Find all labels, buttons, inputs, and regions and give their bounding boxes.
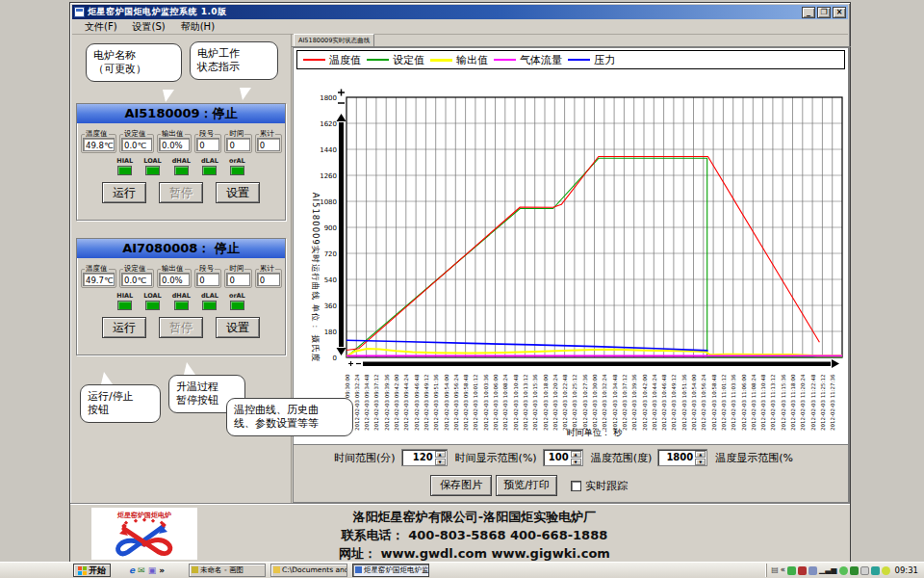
menu-file[interactable]: 文件(F) — [78, 19, 124, 35]
field-label: 累计 — [259, 130, 275, 138]
x-tick-label: 2012-02-03 11:18:00 — [790, 374, 796, 431]
desktop: 炬星窑炉国炬电炉监控系统 1.0版 _ ❐ × 文件(F) 设置(S) 帮助(H… — [0, 0, 924, 578]
task-button-monitor-app[interactable]: 炬星窑炉国炬电炉监... — [352, 564, 429, 577]
network-error-icon[interactable] — [808, 566, 817, 575]
led-label: HIAL — [116, 292, 133, 300]
x-tick-label: 2012-02-03 10:06:00 — [493, 374, 499, 431]
task-button-explorer[interactable]: C:\Documents and Se... — [270, 564, 347, 577]
close-button[interactable]: × — [833, 7, 846, 18]
task-button-paint[interactable]: 未命名 - 画图 — [189, 564, 266, 577]
messenger-icon[interactable] — [839, 566, 848, 575]
field-label: 累计 — [259, 265, 275, 273]
window-title: 炬星窑炉国炬电炉监控系统 1.0版 — [88, 6, 227, 18]
alarm-led-dlal — [202, 166, 217, 175]
shield-icon[interactable] — [850, 566, 859, 575]
x-tick-label: 2012-02-03 10:30:00 — [592, 374, 598, 431]
pause-button: 暂停 — [159, 182, 203, 203]
run-button[interactable]: 运行 — [102, 182, 146, 203]
contact-phone: 联系电话： 400-803-5868 400-668-1888 — [215, 526, 734, 544]
callout-status: 电炉工作 状态指示 — [190, 41, 278, 80]
chart-panel: 温度值设定值输出值气体流量压力 018036054072090010801260… — [293, 47, 849, 445]
alarm-led-dlal — [202, 301, 217, 310]
y-tick-label: 900 — [324, 224, 337, 232]
device-panel-AI5180009: AI5180009：停止 温度值49.8℃ 设定值0.0℃ 输出值0.0% 段号… — [76, 103, 286, 221]
save-image-button[interactable]: 保存图片 — [430, 475, 492, 496]
maximize-button[interactable]: ❐ — [817, 7, 831, 18]
field-label: 时间 — [228, 265, 244, 273]
browser-icon[interactable]: e — [129, 564, 135, 577]
field-label: 温度值 — [85, 130, 109, 138]
x-tick-label: 2012-02-03 11:25:12 — [820, 375, 826, 431]
x-tick-label: 2012-02-03 09:44:24 — [403, 374, 409, 431]
menu-bar: 文件(F) 设置(S) 帮助(H) — [72, 19, 848, 35]
realtime-track-label: 实时跟踪 — [585, 479, 628, 493]
setpoint-value: 0.0℃ — [121, 273, 152, 286]
printer-icon[interactable]: ▤ — [771, 564, 779, 577]
x-tick-label: 2012-02-03 09:42:00 — [394, 374, 399, 431]
x-tick-label: 2012-02-03 11:08:24 — [751, 374, 757, 431]
spin-down-icon[interactable]: ▼ — [435, 459, 446, 465]
realtime-track-checkbox[interactable] — [571, 481, 581, 491]
x-tick-label: 2012-02-03 10:13:12 — [523, 375, 528, 431]
network-drive-icon[interactable] — [871, 566, 880, 575]
desktop-icon[interactable]: ▣ — [148, 564, 157, 577]
run-button[interactable]: 运行 — [102, 317, 146, 338]
title-bar[interactable]: 炬星窑炉国炬电炉监控系统 1.0版 _ ❐ × — [72, 5, 848, 19]
start-button[interactable]: 开始 — [73, 564, 111, 577]
callout-run-stop: 运行/停止 按钮 — [80, 384, 161, 423]
network-error-icon[interactable] — [798, 566, 807, 575]
setup-button[interactable]: 设置 — [216, 182, 260, 203]
preview-print-button[interactable]: 预览/打印 — [496, 475, 557, 496]
x-tick-label: 2012-02-03 11:01:12 — [721, 375, 727, 431]
x-tick-label: 2012-02-03 09:37:12 — [373, 375, 379, 431]
update-icon[interactable] — [787, 566, 796, 575]
spin-up-icon[interactable]: ▲ — [695, 451, 706, 458]
y-tick-label: 1620 — [320, 120, 337, 128]
led-label: dLAL — [201, 157, 218, 165]
y-tick-label: 720 — [324, 250, 337, 258]
x-tick-label: 2012-02-03 09:58:48 — [463, 374, 469, 431]
time-range-spinner[interactable]: 120 ▲▼ — [401, 449, 448, 466]
y-tick-label: 0 — [333, 355, 337, 362]
x-scroll-slider[interactable] — [348, 359, 839, 368]
minimize-button[interactable]: _ — [802, 7, 815, 18]
field-label: 段号 — [198, 265, 215, 273]
x-tick-label: 2012-02-03 11:03:36 — [731, 374, 736, 431]
legend-item-气体流量: 气体流量 — [494, 53, 562, 67]
time-display-spinner[interactable]: 100 ▲▼ — [543, 449, 583, 466]
y-tick-label: 1080 — [320, 198, 337, 206]
time-display-label: 时间显示范围(%) — [455, 451, 537, 465]
tray-chevron-icon[interactable]: « — [781, 564, 785, 577]
company-name: 洛阳炬星窑炉有限公司-洛阳国炬实验电炉厂 — [215, 508, 734, 526]
chevron-more-icon[interactable]: » — [159, 564, 165, 577]
temp-range-spinner[interactable]: 1800 ▲▼ — [657, 449, 707, 466]
signal-bars-icon[interactable]: ▁▃▅ — [819, 564, 836, 577]
y-tick-label: 1800 — [320, 94, 337, 102]
x-tick-label: 2012-02-03 10:22:48 — [562, 374, 568, 431]
setup-button[interactable]: 设置 — [216, 317, 260, 338]
spin-down-icon[interactable]: ▼ — [571, 459, 581, 465]
alarm-led-dhal — [174, 301, 189, 310]
battery-icon[interactable] — [860, 566, 869, 575]
led-label: orAL — [229, 157, 245, 165]
x-tick-label: 2012-02-03 11:13:12 — [770, 375, 776, 431]
segment-value: 0 — [196, 273, 219, 286]
menu-help[interactable]: 帮助(H) — [174, 19, 221, 35]
antivirus-icon[interactable] — [882, 566, 890, 575]
menu-settings[interactable]: 设置(S) — [126, 19, 172, 35]
tab-realtime-curve[interactable]: AI5180009实时状态曲线 — [294, 34, 374, 46]
segment-value: 0 — [196, 138, 219, 151]
setpoint-value: 0.0℃ — [121, 138, 152, 151]
x-tick-label: 2012-02-03 10:20:24 — [552, 374, 558, 431]
website: 网址： www.gwdl.com www.gigwki.com — [215, 544, 734, 563]
realtime-chart[interactable]: 0180360540720900108012601440162018002012… — [294, 71, 850, 439]
spin-up-icon[interactable]: ▲ — [571, 451, 581, 458]
alarm-led-loal — [145, 166, 160, 175]
spin-up-icon[interactable]: ▲ — [435, 451, 446, 458]
spin-down-icon[interactable]: ▼ — [695, 459, 706, 465]
callout-tail — [101, 372, 113, 384]
mail-icon[interactable]: ✉ — [138, 564, 145, 577]
y-zoom-slider[interactable] — [337, 90, 346, 356]
taskbar: 开始 e ✉ ▣ » 未命名 - 画图 C:\Documents and Se.… — [0, 562, 924, 578]
output-value: 0.0% — [159, 273, 190, 286]
